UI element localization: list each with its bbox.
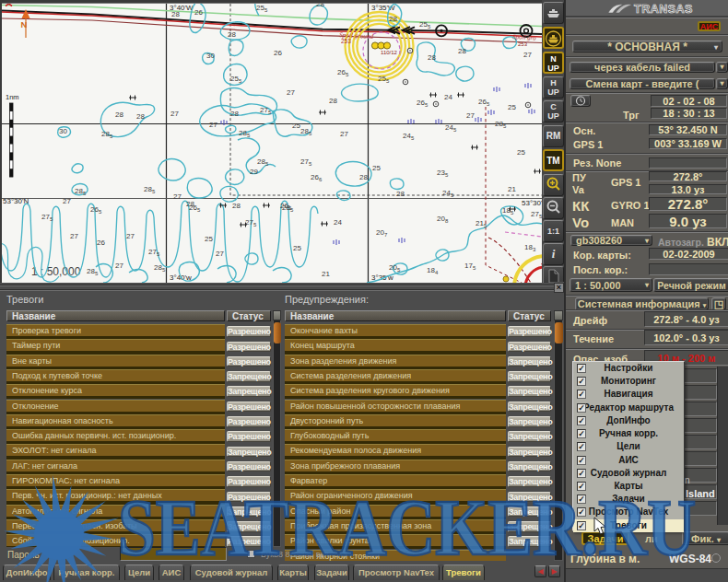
svg-text:SEATRACKER.RU: SEATRACKER.RU	[118, 483, 696, 572]
